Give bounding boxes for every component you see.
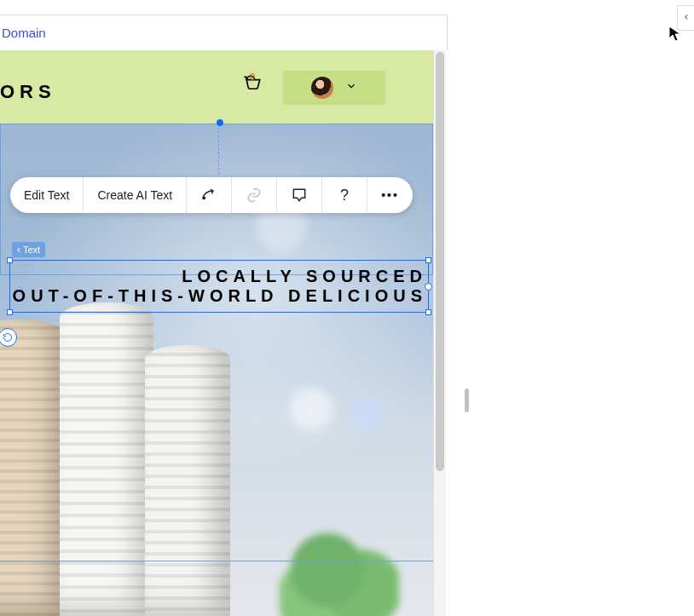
chevron-left-icon bbox=[682, 10, 691, 26]
resize-handle-tl[interactable] bbox=[7, 257, 13, 263]
create-ai-text-button[interactable]: Create AI Text bbox=[84, 177, 186, 213]
svg-point-0 bbox=[203, 197, 205, 199]
brand-text-fragment: ORS bbox=[0, 81, 56, 103]
domain-link[interactable]: Domain bbox=[2, 26, 46, 40]
site-header: ORS 0 bbox=[0, 50, 433, 124]
resize-handle-tr[interactable] bbox=[425, 257, 431, 263]
animation-icon bbox=[200, 187, 217, 204]
lower-section-outline bbox=[0, 561, 433, 616]
text-floating-toolbar: Edit Text Create AI Text bbox=[10, 177, 413, 213]
element-type-label[interactable]: Text bbox=[12, 242, 45, 257]
canvas-scrollbar-thumb[interactable] bbox=[436, 52, 444, 471]
link-button[interactable] bbox=[232, 177, 276, 213]
comment-icon bbox=[291, 187, 308, 204]
help-icon: ? bbox=[336, 187, 353, 204]
resize-handle-bl[interactable] bbox=[7, 309, 13, 315]
animation-button[interactable] bbox=[187, 177, 231, 213]
resize-handle-mr[interactable] bbox=[425, 283, 432, 291]
element-type-label-text: Text bbox=[23, 245, 40, 255]
right-panel-toggle[interactable] bbox=[677, 5, 694, 31]
help-button[interactable]: ? bbox=[322, 177, 367, 213]
canvas-vertical-scrollbar[interactable] bbox=[433, 50, 446, 616]
editor-canvas[interactable]: ORS 0 bbox=[0, 50, 447, 616]
avatar bbox=[311, 77, 333, 99]
cart-count: 0 bbox=[250, 72, 255, 82]
resize-handle-br[interactable] bbox=[425, 309, 431, 315]
text-selection-box bbox=[9, 260, 429, 313]
link-icon bbox=[246, 187, 263, 204]
page-scrollbar-thumb[interactable] bbox=[465, 389, 469, 412]
more-actions-button[interactable]: ••• bbox=[367, 177, 413, 213]
chevron-down-icon bbox=[345, 80, 357, 95]
section-resize-handle-top[interactable] bbox=[217, 119, 223, 126]
more-icon: ••• bbox=[381, 188, 399, 202]
comment-button[interactable] bbox=[277, 177, 321, 213]
top-bar: Domain bbox=[0, 14, 448, 50]
alignment-guide bbox=[218, 127, 219, 175]
profile-menu-button[interactable] bbox=[283, 71, 385, 105]
edit-text-button[interactable]: Edit Text bbox=[10, 177, 83, 213]
